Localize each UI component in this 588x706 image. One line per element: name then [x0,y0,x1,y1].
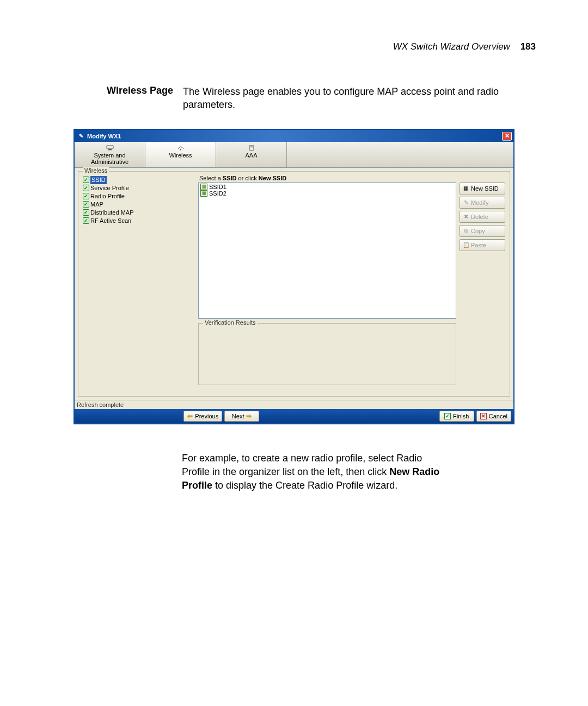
tree-item-distributed-map[interactable]: ✓ Distributed MAP [82,209,196,217]
copy-button[interactable]: ⧉ Copy [460,225,505,237]
header-title: WX Switch Wizard Overview [393,41,510,52]
verification-results-box: Verification Results [198,323,456,385]
check-icon: ✓ [83,209,89,216]
ssid-icon: ▦ [200,184,207,190]
check-icon: ✓ [83,217,89,224]
svg-rect-1 [108,149,112,150]
ssid-label: SSID2 [209,190,226,197]
status-bar: Refresh complete [75,400,513,409]
svg-rect-0 [107,145,113,149]
modify-icon: ✎ [462,199,469,206]
tree-item-map[interactable]: ✓ MAP [82,200,196,209]
tree-label: Distributed MAP [90,209,133,217]
wireless-fieldset: Wireless ✓ SSID ✓ Service Profile [78,171,510,397]
app-icon: ✎ [77,132,85,140]
check-icon: ✓ [83,185,89,191]
verification-legend: Verification Results [203,319,258,326]
page-header: WX Switch Wizard Overview 183 [49,41,539,52]
check-icon: ✓ [83,193,89,199]
svg-rect-5 [250,148,253,148]
tab-label: System and Administrative [91,152,128,165]
tree-label: RF Active Scan [90,217,131,225]
tree-label: Service Profile [90,184,129,192]
section-intro-text: The Wireless page enables you to configu… [183,85,539,112]
tree-label: MAP [90,200,103,209]
organizer-tree: ✓ SSID ✓ Service Profile ✓ Radio Profile [82,175,196,393]
paste-button[interactable]: 📋 Paste [460,239,505,251]
tree-item-ssid[interactable]: ✓ SSID [82,176,196,184]
tab-wireless[interactable]: Wireless [145,142,216,167]
modify-button[interactable]: ✎ Modify [460,197,505,209]
arrow-left-icon: ⬅ [187,412,193,420]
tree-item-service-profile[interactable]: ✓ Service Profile [82,184,196,192]
action-buttons: ▦ New SSID ✎ Modify ✖ Delete ⧉ [458,175,506,393]
fieldset-legend: Wireless [83,167,109,174]
tab-label: Wireless [169,152,192,159]
ssid-label: SSID1 [209,184,226,190]
ssid-icon: ▦ [200,190,207,197]
new-ssid-button[interactable]: ▦ New SSID [460,182,505,194]
check-icon: ✓ [444,413,451,419]
tree-label: Radio Profile [90,192,125,200]
tabstrip: System and Administrative Wireless AAA [75,142,513,168]
select-ssid-label: Select a SSID or click New SSID [198,175,456,182]
new-icon: ▦ [462,185,469,192]
list-item[interactable]: ▦ SSID1 [199,184,455,190]
close-button[interactable]: ✕ [502,132,512,141]
close-icon: ✕ [480,413,487,419]
wizard-footer: ⬅ Previous Next ➡ ✓ Finish ✕ Cancel [75,409,513,423]
modify-wx1-dialog: ✎ Modify WX1 ✕ System and Administrative… [74,129,514,424]
previous-button[interactable]: ⬅ Previous [183,411,222,422]
example-paragraph: For example, to create a new radio profi… [49,452,441,493]
tree-item-rf-active-scan[interactable]: ✓ RF Active Scan [82,217,196,225]
section-heading: Wireless Page [96,85,183,112]
wireless-icon [176,144,185,151]
check-icon: ✓ [83,176,89,183]
svg-point-2 [180,149,181,150]
tab-aaa[interactable]: AAA [216,142,287,167]
copy-icon: ⧉ [462,227,469,234]
tree-label: SSID [90,176,107,184]
cancel-button[interactable]: ✕ Cancel [476,411,511,422]
delete-icon: ✖ [462,213,469,220]
delete-button[interactable]: ✖ Delete [460,211,505,223]
check-icon: ✓ [83,201,89,208]
page-number: 183 [520,41,536,52]
paste-icon: 📋 [462,241,469,248]
svg-rect-4 [250,147,253,147]
tab-system-admin[interactable]: System and Administrative [75,142,145,167]
system-icon [106,144,114,151]
status-text: Refresh complete [77,401,124,408]
tab-label: AAA [245,152,257,159]
arrow-right-icon: ➡ [246,412,252,420]
window-title: Modify WX1 [87,133,121,139]
ssid-list[interactable]: ▦ SSID1 ▦ SSID2 [198,182,456,319]
titlebar: ✎ Modify WX1 ✕ [75,130,513,142]
aaa-icon [247,144,256,151]
tree-item-radio-profile[interactable]: ✓ Radio Profile [82,192,196,200]
next-button[interactable]: Next ➡ [224,411,259,422]
list-item[interactable]: ▦ SSID2 [199,190,455,197]
finish-button[interactable]: ✓ Finish [439,411,474,422]
